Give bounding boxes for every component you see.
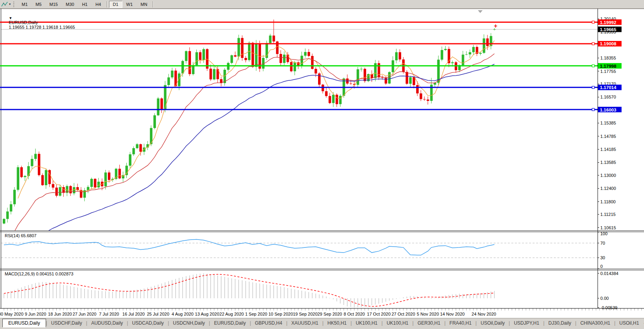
chart-tab-usdcad-daily-3[interactable]: USDCAD,Daily xyxy=(128,319,168,327)
date-label: 5 Nov 2020 xyxy=(417,312,439,316)
price-tick-label: 1.14785 xyxy=(600,134,616,139)
timeframe-button-m30[interactable]: M30 xyxy=(62,1,78,8)
hline-price-badge: 1.17998 xyxy=(598,63,622,69)
date-label: 8 Oct 2020 xyxy=(344,312,365,316)
date-label: 14 Nov 2020 xyxy=(440,312,464,316)
chart-tab-hk50-h1-8[interactable]: HK50,H1 xyxy=(324,319,351,327)
date-label: 27 Jun 2020 xyxy=(72,312,96,316)
chart-tab-bar: EURUSD,Daily|USDCHF,Daily|AUDUSD,Daily|U… xyxy=(0,318,644,328)
timeframe-button-w1[interactable]: W1 xyxy=(122,1,137,8)
date-label: 22 Aug 2020 xyxy=(220,312,244,316)
date-label: 17 Oct 2020 xyxy=(367,312,390,316)
timeframe-toolbar: ▾ M1M5M15M30H1H4 D1W1MN xyxy=(0,0,644,9)
rsi-tick-label: 0 xyxy=(600,264,603,269)
hline-price-badge: 1.19008 xyxy=(598,41,622,46)
chart-tab-gbpusd-h4-6[interactable]: GBPUSD,H4 xyxy=(251,319,286,327)
timeframe-button-mn[interactable]: MN xyxy=(137,1,151,8)
rsi-tick-label: 100 xyxy=(600,231,607,236)
price-tick-label: 1.16570 xyxy=(600,95,616,99)
timeframe-button-m15[interactable]: M15 xyxy=(46,1,62,8)
svg-text:1.17014: 1.17014 xyxy=(600,85,616,90)
date-label: 19 Sep 2020 xyxy=(293,312,317,316)
chart-tab-ger30-h1-11[interactable]: GER30,H1 xyxy=(414,319,444,327)
svg-text:1.19992: 1.19992 xyxy=(600,20,616,25)
timeframe-button-d1[interactable]: D1 xyxy=(109,1,122,8)
svg-text:1.16003: 1.16003 xyxy=(600,108,616,112)
price-tick-label: 1.13585 xyxy=(600,160,616,165)
rsi-tick-label: 70 xyxy=(600,241,605,245)
price-tick-label: 1.17755 xyxy=(600,69,616,74)
price-tick-label: 1.12400 xyxy=(600,186,616,191)
svg-text:1.19665: 1.19665 xyxy=(600,27,616,32)
polyline-indicator-icon[interactable]: ▾ xyxy=(0,2,12,7)
date-label: 24 Nov 2020 xyxy=(472,312,496,316)
date-label: 29 Sep 2020 xyxy=(318,312,342,316)
price-tick-label: 1.10615 xyxy=(600,225,616,230)
macd-tick-label: 0.00 xyxy=(600,296,609,301)
chart-tab-usoil-daily-13[interactable]: USOil,Daily xyxy=(477,319,509,327)
zigzag-icon xyxy=(1,2,8,7)
macd-tick-label: 0.014384 xyxy=(600,271,618,276)
chart-tab-china300-h1-16[interactable]: CHINA300,H1 xyxy=(576,319,614,327)
chart-tab-usdcnh-daily-4[interactable]: USDCNH,Daily xyxy=(169,319,209,327)
date-label: 9 Jun 2020 xyxy=(25,312,46,316)
timeframe-button-h4[interactable]: H4 xyxy=(91,1,105,8)
date-label: 18 Jun 2020 xyxy=(48,312,72,316)
date-label: 16 Jul 2020 xyxy=(122,312,145,316)
date-label: 27 Oct 2020 xyxy=(392,312,415,316)
date-label: 25 Jul 2020 xyxy=(147,312,169,316)
svg-text:1.17998: 1.17998 xyxy=(600,64,616,69)
timeframe-button-m1[interactable]: M1 xyxy=(18,1,31,8)
chart-tab-eurusd-daily-5[interactable]: EURUSD,Daily xyxy=(210,319,250,327)
date-label: 1 Sep 2020 xyxy=(245,312,267,316)
price-tick-label: 1.14185 xyxy=(600,147,616,152)
date-label: 4 Aug 2020 xyxy=(172,312,194,316)
timeframe-button-h1[interactable]: H1 xyxy=(78,1,91,8)
price-tick-label: 1.18355 xyxy=(600,56,616,60)
toolbar-drag-handle[interactable] xyxy=(13,2,15,7)
chart-tab-usdjpy-h1-14[interactable]: USDJPY,H1 xyxy=(510,319,543,327)
hline-price-badge: 1.19992 xyxy=(598,19,622,25)
chart-tab-eurusd-daily-0[interactable]: EURUSD,Daily xyxy=(2,319,46,327)
timeframe-button-m5[interactable]: M5 xyxy=(31,1,45,8)
chevron-down-icon[interactable]: ▾ xyxy=(9,2,11,6)
chart-tab-uk100-h1-9[interactable]: UK100,H1 xyxy=(352,319,381,327)
trading-platform-window: ▾ M1M5M15M30H1H4 D1W1MN 1.201401.195551.… xyxy=(0,0,644,329)
price-tick-label: 1.11800 xyxy=(600,199,616,204)
date-label: 10 Sep 2020 xyxy=(268,312,293,316)
date-label: 30 May 2020 xyxy=(0,312,24,316)
price-tick-label: 1.13000 xyxy=(600,173,616,178)
chart-tab-usdchf-daily-1[interactable]: USDCHF,Daily xyxy=(47,319,86,327)
status-strip xyxy=(0,327,644,329)
current-price-badge: 1.19665 xyxy=(598,26,622,32)
chart-tab-dj30-daily-15[interactable]: DJ30,Daily xyxy=(544,319,575,327)
hline-price-badge: 1.16003 xyxy=(598,107,622,112)
chart-tab-audusd-daily-2[interactable]: AUDUSD,Daily xyxy=(87,319,127,327)
chart-canvas[interactable]: 1.201401.195551.189551.183551.177551.171… xyxy=(0,9,644,318)
date-label: 13 Aug 2020 xyxy=(195,312,219,316)
toolbar-separator xyxy=(153,1,154,7)
chart-tab-usoil-h1-17[interactable]: USOil,H1 xyxy=(615,319,643,327)
chart-tab-xauusd-h1-7[interactable]: XAUUSD,H1 xyxy=(287,319,322,327)
rsi-tick-label: 30 xyxy=(600,255,605,260)
price-tick-label: 1.15385 xyxy=(600,121,616,125)
hline-price-badge: 1.17014 xyxy=(598,85,622,90)
chart-tab-uk100-h1-10[interactable]: UK100,H1 xyxy=(383,319,412,327)
chart-tab-fra40-h1-12[interactable]: FRA40,H1 xyxy=(446,319,476,327)
price-tick-label: 1.11215 xyxy=(600,212,616,217)
date-label: 7 Jul 2020 xyxy=(99,312,119,316)
svg-text:1.19008: 1.19008 xyxy=(600,41,616,46)
toolbar-separator xyxy=(107,1,107,7)
